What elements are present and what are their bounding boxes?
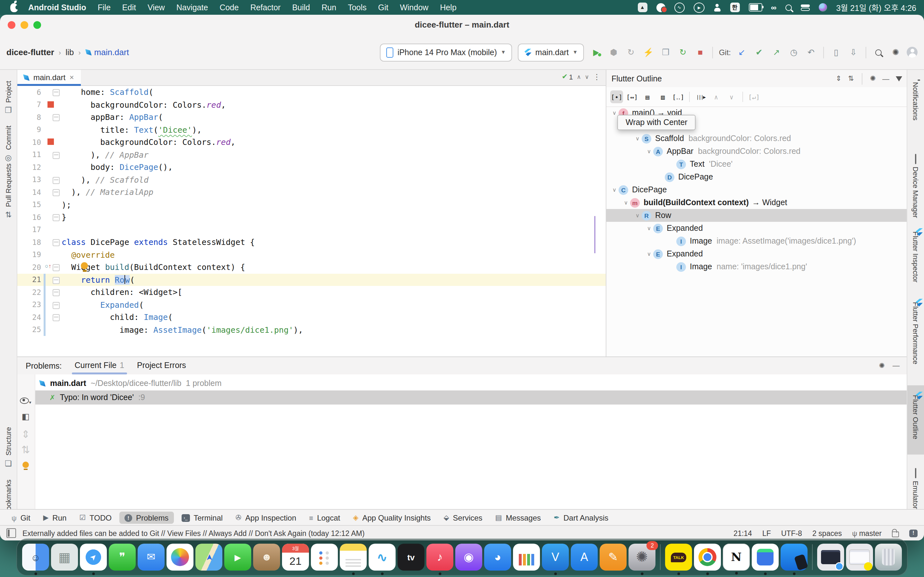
unlocked-icon[interactable] bbox=[892, 532, 899, 537]
editor-outline-splitter[interactable] bbox=[606, 70, 606, 356]
event-log-icon[interactable]: ! bbox=[909, 529, 918, 537]
toolwindow-button-messages[interactable]: ▤Messages bbox=[490, 512, 546, 524]
code-editor[interactable]: 6 home: Scaffold(7 backgroundColor: Colo… bbox=[17, 86, 606, 356]
boxapp-icon[interactable]: ▲ bbox=[638, 3, 647, 12]
dock-icon-settings[interactable]: ✺2 bbox=[628, 544, 656, 571]
fold-marker[interactable] bbox=[53, 189, 60, 196]
code-line[interactable]: 17 bbox=[17, 223, 606, 236]
code-line[interactable]: 15); bbox=[17, 198, 606, 211]
code-line[interactable]: 23 Expanded( bbox=[17, 298, 606, 311]
code-line[interactable]: 20○↑ Widget build(BuildContext context) … bbox=[17, 261, 606, 274]
menu-window[interactable]: Window bbox=[394, 3, 434, 12]
breadcrumb-item-dicee-flutter[interactable]: dicee-flutter bbox=[6, 47, 54, 57]
dock-icon-launchpad[interactable]: ▦ bbox=[51, 544, 78, 571]
menu-run[interactable]: Run bbox=[316, 3, 342, 12]
fold-marker[interactable] bbox=[53, 89, 60, 96]
toolwindow-button-problems[interactable]: !Problems bbox=[120, 512, 174, 524]
outline-row-expanded[interactable]: ∨EExpanded bbox=[606, 222, 907, 235]
playcircle-icon[interactable]: ▶ bbox=[693, 2, 704, 13]
toolwindow-button-dart-analysis[interactable]: ✒Dart Analysis bbox=[549, 512, 614, 524]
outline-row-image[interactable]: IImageimage: AssetImage('images/dice1.pn… bbox=[606, 235, 907, 247]
dock-icon-finder[interactable]: ☺ bbox=[22, 544, 49, 571]
sidebar-item-commit[interactable]: Commit◎ bbox=[0, 126, 17, 162]
toolwindow-button-services[interactable]: ⬙Services bbox=[439, 512, 488, 524]
fold-marker[interactable] bbox=[53, 301, 60, 309]
code-line[interactable]: 9 title: Text('Dicee'), bbox=[17, 123, 606, 136]
sidebar-item-structure[interactable]: Structure❏ bbox=[0, 427, 17, 468]
outline-row-expanded[interactable]: ∨EExpanded bbox=[606, 247, 907, 260]
settings-icon[interactable]: ✺ bbox=[870, 74, 876, 83]
outline-row-scaffold[interactable]: ∨SScaffoldbackgroundColor: Colors.red bbox=[606, 132, 907, 145]
run-config-selector[interactable]: main.dart ▼ bbox=[518, 43, 584, 61]
profile-icon[interactable]: ↻ bbox=[625, 47, 638, 57]
siri-icon[interactable] bbox=[819, 3, 827, 11]
dock-icon-reminders[interactable] bbox=[311, 544, 338, 571]
outline-row-row[interactable]: ∨RRow bbox=[606, 209, 907, 222]
view-options-icon[interactable]: ▾ bbox=[17, 395, 35, 406]
wrap-row-icon[interactable]: ▥ bbox=[656, 90, 669, 103]
history-icon[interactable]: ◷ bbox=[787, 47, 800, 57]
code-line[interactable]: 6 home: Scaffold( bbox=[17, 86, 606, 98]
status-item-21-14[interactable]: 21:14 bbox=[733, 529, 752, 537]
code-line[interactable]: 8 appBar: AppBar( bbox=[17, 111, 606, 123]
stop-icon[interactable]: ■ bbox=[694, 47, 707, 57]
override-method-icon[interactable]: ○↑ bbox=[45, 263, 51, 269]
status-item-utf-8[interactable]: UTF-8 bbox=[781, 529, 802, 537]
code-line[interactable]: 21 return Row( bbox=[17, 274, 606, 286]
toolwindow-button-git[interactable]: ψGit bbox=[6, 512, 35, 524]
menu-edit[interactable]: Edit bbox=[116, 3, 142, 12]
toolwindow-button-run[interactable]: ▶Run bbox=[38, 512, 71, 524]
sidebar-item-emulator[interactable]: Emulator bbox=[907, 469, 924, 509]
person-icon[interactable] bbox=[713, 3, 721, 11]
move-up-icon[interactable]: ∧ bbox=[710, 90, 722, 103]
dock-icon-notes[interactable] bbox=[340, 544, 367, 571]
status-branch[interactable]: ψmaster bbox=[852, 529, 882, 537]
rollback-icon[interactable]: ↶ bbox=[804, 47, 817, 57]
dock-icon-vscode[interactable]: V bbox=[542, 544, 569, 571]
dock-icon-chrome[interactable] bbox=[694, 544, 721, 571]
menu-build[interactable]: Build bbox=[286, 3, 316, 12]
update-icon[interactable]: ↙ bbox=[735, 47, 748, 57]
outline-row-image[interactable]: IImagename: 'images/dice1.png' bbox=[606, 260, 907, 273]
dock-icon-kakaotalk[interactable]: TALK bbox=[665, 544, 692, 571]
toolwindow-button-logcat[interactable]: ≡Logcat bbox=[304, 512, 345, 524]
breadcrumb-item-lib[interactable]: lib bbox=[65, 47, 74, 57]
dock-icon-podcasts[interactable]: ◉ bbox=[455, 544, 482, 571]
dock-icon-developer[interactable] bbox=[780, 544, 808, 571]
unicontrol-icon[interactable]: ∞ bbox=[771, 3, 776, 12]
editor-options-icon[interactable]: ⋮ bbox=[593, 73, 601, 81]
fold-marker[interactable] bbox=[53, 152, 60, 159]
problems-file-row[interactable]: main.dart ~/Desktop/dicee-flutter/lib 1 … bbox=[35, 376, 907, 390]
fold-marker[interactable] bbox=[53, 314, 60, 321]
move-down-icon[interactable]: ∨ bbox=[725, 90, 738, 103]
collapse-all-icon[interactable]: ⇅ bbox=[17, 444, 35, 456]
device-selector[interactable]: iPhone 14 Pro Max (mobile) ▼ bbox=[380, 43, 512, 61]
color-preview-red[interactable] bbox=[47, 101, 54, 107]
fold-marker[interactable] bbox=[53, 277, 60, 284]
chevron-down-icon[interactable]: ∨ bbox=[622, 199, 630, 206]
code-line[interactable]: 25 image: AssetImage('images/dice1.png')… bbox=[17, 324, 606, 336]
dock-icon-messages[interactable]: ❞ bbox=[109, 544, 136, 571]
menu-file[interactable]: File bbox=[92, 3, 116, 12]
restart-icon[interactable]: ↻ bbox=[677, 47, 690, 57]
dock-icon-trash[interactable] bbox=[875, 544, 902, 571]
search-icon[interactable] bbox=[872, 49, 885, 55]
sidebar-item-flutter-inspector[interactable]: Flutter Inspector bbox=[907, 228, 924, 282]
outline-row-dicepage[interactable]: ∨CDicePage bbox=[606, 183, 907, 196]
status-item-lf[interactable]: LF bbox=[762, 529, 771, 537]
run-icon[interactable]: ▶ bbox=[590, 47, 603, 57]
dock-icon-appstore[interactable]: A bbox=[571, 544, 598, 571]
hangul-icon[interactable]: 한 bbox=[730, 3, 740, 12]
hide-panel-icon[interactable]: — bbox=[893, 362, 900, 370]
menu-app-name[interactable]: Android Studio bbox=[23, 3, 92, 12]
code-line[interactable]: 19 @override bbox=[17, 248, 606, 261]
fold-marker[interactable] bbox=[53, 289, 60, 296]
expand-all-icon[interactable]: ⇕ bbox=[17, 428, 35, 440]
wrap-padding-icon[interactable]: [↔] bbox=[626, 90, 638, 103]
toolwindow-button-app-quality-insights[interactable]: ◈App Quality Insights bbox=[348, 512, 436, 524]
breadcrumb-item-main-dart[interactable]: main.dart bbox=[86, 47, 129, 57]
chevron-down-icon[interactable]: ∨ bbox=[633, 212, 642, 219]
tool-windows-icon[interactable] bbox=[6, 528, 16, 538]
code-line[interactable]: 10 backgroundColor: Colors.red, bbox=[17, 136, 606, 148]
sidebar-item-flutter-outline[interactable]: Flutter Outline bbox=[907, 392, 924, 439]
